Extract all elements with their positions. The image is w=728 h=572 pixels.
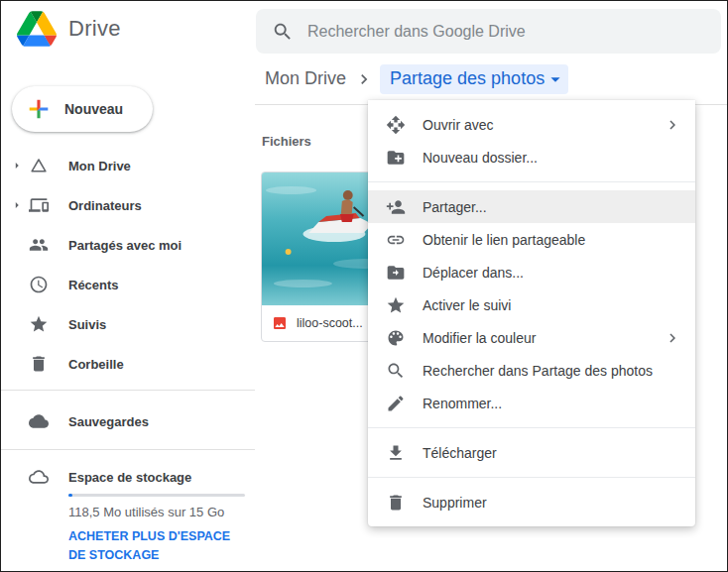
menu-item-label: Renommer... (423, 396, 502, 411)
new-folder-icon (386, 148, 406, 168)
app-name: Drive (68, 16, 121, 42)
sidebar-item-corbeille[interactable]: Corbeille (1, 344, 255, 384)
sidebar-divider (1, 390, 255, 391)
menu-item-ouvrir-avec[interactable]: Ouvrir avec (368, 108, 695, 141)
menu-item-label: Partager... (423, 199, 487, 215)
menu-item-nouveau-dossier[interactable]: Nouveau dossier... (368, 141, 695, 173)
menu-item-label: Rechercher dans Partage des photos (423, 363, 653, 379)
search-icon (386, 361, 406, 381)
menu-item-deplacer-dans[interactable]: Déplacer dans... (368, 256, 695, 288)
files-section-label: Fichiers (262, 134, 311, 149)
menu-item-supprimer[interactable]: Supprimer (368, 486, 695, 518)
sidebar-item-label: Ordinateurs (68, 198, 142, 213)
drive-logo-area[interactable]: Drive (17, 11, 121, 47)
search-input[interactable] (307, 23, 705, 41)
sidebar-item-label: Corbeille (68, 357, 124, 372)
trash-icon (386, 493, 406, 513)
star-icon (386, 295, 406, 315)
sidebar-item-ordinateurs[interactable]: Ordinateurs (1, 185, 255, 225)
dropdown-arrow-icon (545, 68, 566, 90)
menu-item-label: Ouvrir avec (423, 117, 494, 133)
chevron-right-icon (664, 116, 681, 134)
breadcrumb-current-folder[interactable]: Partage des photos (380, 64, 568, 94)
cloud-icon (29, 411, 49, 431)
menu-item-label: Modifier la couleur (423, 330, 536, 346)
expand-arrow-icon[interactable] (9, 198, 25, 212)
menu-item-label: Supprimer (423, 495, 487, 511)
menu-item-label: Activer le suivi (423, 297, 511, 313)
menu-divider (368, 181, 695, 182)
multicolor-plus-icon (25, 95, 53, 123)
sidebar-item-suivis[interactable]: Suivis (1, 304, 255, 344)
storage-progress-bar (68, 494, 245, 497)
menu-item-activer-le-suivi[interactable]: Activer le suivi (368, 288, 695, 321)
menu-divider (368, 477, 695, 478)
image-file-icon (272, 315, 288, 331)
cloud-outline-icon (29, 467, 49, 487)
sidebar-item-sauvegardes[interactable]: Sauvegardes (1, 401, 255, 441)
menu-item-label: Télécharger (423, 445, 497, 461)
search-bar[interactable] (256, 9, 721, 54)
menu-item-telecharger[interactable]: Télécharger (368, 436, 695, 469)
storage-progress-used (68, 494, 72, 497)
breadcrumb-root[interactable]: Mon Drive (263, 66, 348, 91)
drive-logo-icon (17, 11, 57, 47)
rename-icon (386, 394, 406, 413)
new-button-label: Nouveau (64, 101, 123, 117)
sidebar-item-label: Sauvegardes (68, 414, 149, 429)
storage-usage-text: 118,5 Mo utilisés sur 15 Go (68, 505, 224, 519)
download-icon (386, 443, 406, 463)
breadcrumb: Mon Drive Partage des photos (255, 54, 727, 105)
chevron-right-icon (354, 69, 374, 89)
menu-item-rechercher-dans[interactable]: Rechercher dans Partage des photos (368, 354, 695, 387)
sidebar-item-label: Espace de stockage (68, 470, 191, 485)
sidebar-item-recents[interactable]: Récents (1, 265, 255, 304)
link-icon (386, 230, 406, 250)
folder-context-menu: Ouvrir avec Nouveau dossier... Partager.… (368, 100, 695, 526)
menu-item-partager[interactable]: Partager... (368, 190, 695, 223)
google-drive-window: Drive Mon Drive Partage des photos Nouve… (0, 0, 728, 572)
people-icon (29, 235, 49, 255)
sidebar-item-mon-drive[interactable]: Mon Drive (1, 146, 255, 185)
sidebar-item-label: Récents (68, 278, 119, 292)
add-person-icon (386, 197, 406, 217)
menu-item-modifier-la-couleur[interactable]: Modifier la couleur (368, 321, 695, 354)
menu-item-renommer[interactable]: Renommer... (368, 387, 695, 419)
sidebar-item-partages-avec-moi[interactable]: Partagés avec moi (1, 225, 255, 265)
devices-icon (29, 195, 49, 215)
trash-icon (29, 354, 49, 374)
menu-item-label: Déplacer dans... (423, 265, 524, 281)
move-to-folder-icon (386, 263, 406, 283)
sidebar-item-espace-de-stockage[interactable]: Espace de stockage (1, 457, 255, 497)
current-folder-label: Partage des photos (390, 68, 545, 89)
sidebar-item-label: Partagés avec moi (68, 238, 182, 253)
palette-icon (386, 328, 406, 348)
menu-divider (368, 427, 695, 428)
menu-item-obtenir-le-lien[interactable]: Obtenir le lien partageable (368, 223, 695, 256)
clock-icon (29, 275, 49, 294)
new-button[interactable]: Nouveau (12, 86, 153, 132)
open-with-icon (386, 115, 406, 135)
sidebar-item-label: Mon Drive (68, 159, 131, 173)
sidebar-divider (1, 449, 255, 450)
star-icon (29, 314, 49, 334)
search-icon (272, 21, 294, 43)
sidebar-nav: Mon Drive Ordinateurs Partagés avec moi … (1, 146, 255, 384)
sidebar-item-label: Suivis (68, 317, 106, 332)
buy-storage-link[interactable]: ACHETER PLUS D'ESPACE DE STOCKAGE (68, 527, 239, 565)
file-name: liloo-scoot... (297, 316, 363, 330)
menu-item-label: Nouveau dossier... (423, 150, 538, 166)
expand-arrow-icon[interactable] (9, 159, 25, 172)
drive-icon (29, 156, 49, 175)
menu-item-label: Obtenir le lien partageable (423, 232, 585, 248)
chevron-right-icon (664, 329, 681, 347)
